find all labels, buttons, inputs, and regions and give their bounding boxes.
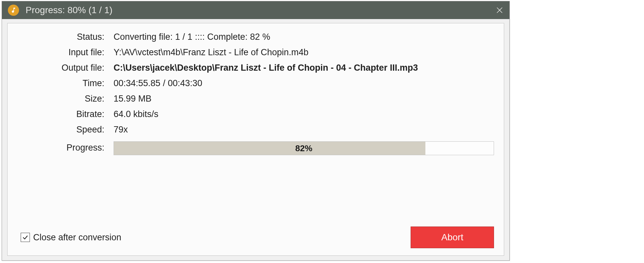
progress-label: Progress: (8, 140, 104, 155)
progress-bar: 82% (114, 141, 494, 155)
speed-value: 79x (114, 125, 494, 135)
bitrate-value: 64.0 kbits/s (114, 109, 494, 119)
input-file-label: Input file: (8, 47, 104, 58)
speed-label: Speed: (8, 125, 104, 135)
music-note-icon (8, 5, 19, 16)
titlebar: Progress: 80% (1 / 1) (2, 1, 509, 19)
progress-dialog: Progress: 80% (1 / 1) Status: Converting… (2, 1, 510, 261)
info-grid: Status: Converting file: 1 / 1 :::: Comp… (8, 32, 504, 155)
abort-button[interactable]: Abort (411, 227, 494, 248)
checkmark-icon (22, 234, 29, 241)
checkbox-box (21, 233, 30, 242)
size-label: Size: (8, 94, 104, 104)
size-value: 15.99 MB (114, 94, 494, 104)
progress-text: 82% (114, 142, 494, 155)
time-value: 00:34:55.85 / 00:43:30 (114, 78, 494, 88)
close-after-label: Close after conversion (33, 232, 121, 243)
close-after-checkbox[interactable]: Close after conversion (21, 232, 121, 243)
status-value: Converting file: 1 / 1 :::: Complete: 82… (114, 32, 494, 42)
output-file-label: Output file: (8, 63, 104, 73)
window-title: Progress: 80% (1 / 1) (26, 5, 490, 15)
bitrate-label: Bitrate: (8, 109, 104, 119)
footer-row: Close after conversion Abort (21, 227, 494, 248)
time-label: Time: (8, 78, 104, 88)
status-label: Status: (8, 32, 104, 42)
client-area: Status: Converting file: 1 / 1 :::: Comp… (7, 23, 504, 256)
close-button[interactable] (490, 1, 509, 19)
input-file-value: Y:\AV\vctest\m4b\Franz Liszt - Life of C… (114, 47, 494, 58)
abort-label: Abort (441, 232, 463, 243)
close-icon (496, 6, 504, 14)
output-file-value: C:\Users\jacek\Desktop\Franz Liszt - Lif… (114, 63, 494, 73)
